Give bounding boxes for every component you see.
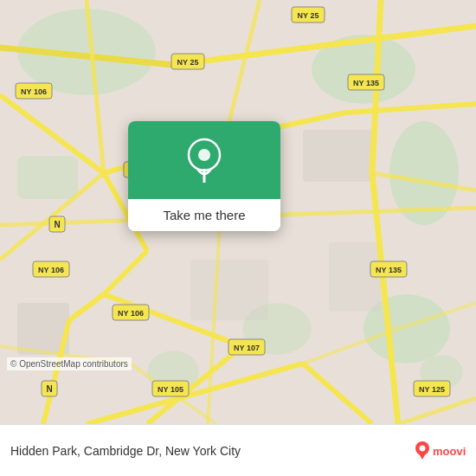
location-pin-icon [185,138,223,183]
copyright-text: © OpenStreetMap contributors [7,357,132,370]
svg-text:NY 125: NY 125 [419,385,445,394]
svg-text:NY 25: NY 25 [177,58,199,67]
bottom-bar: Hidden Park, Cambridge Dr, New York City… [0,424,476,476]
svg-text:NY 135: NY 135 [376,266,402,274]
svg-rect-11 [190,260,268,320]
popup-card: Take me there [128,121,280,231]
popup-green-header [128,121,280,199]
take-me-there-button[interactable]: Take me there [128,199,280,231]
svg-marker-73 [419,453,426,460]
svg-text:NY 106: NY 106 [118,309,144,318]
svg-point-69 [198,149,210,161]
moovit-logo: moovit [414,439,466,463]
svg-rect-5 [17,156,78,199]
svg-text:NY 105: NY 105 [158,385,183,394]
svg-text:NY 25: NY 25 [298,11,319,20]
map-container: NY 25 NY 25 NY 106 NY 106 NY 106 NY 135 … [0,0,476,424]
moovit-logo-svg: moovit [414,439,466,463]
svg-text:NY 106: NY 106 [38,266,64,274]
svg-text:moovit: moovit [433,445,466,458]
location-label: Hidden Park, Cambridge Dr, New York City [10,444,405,458]
svg-text:NY 135: NY 135 [353,79,379,87]
svg-text:NY 107: NY 107 [234,344,260,352]
svg-rect-10 [303,130,372,182]
svg-text:NY 106: NY 106 [21,87,47,96]
svg-text:N: N [54,220,60,229]
svg-point-72 [420,445,426,451]
svg-text:N: N [46,384,52,394]
